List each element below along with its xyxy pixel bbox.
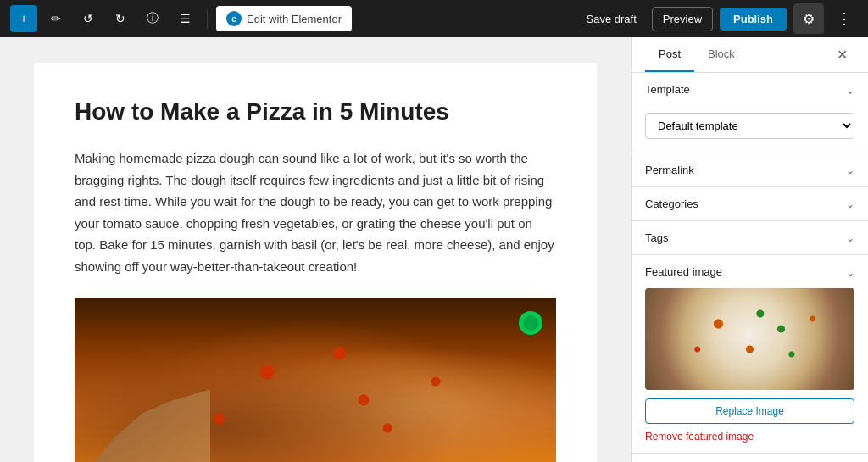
edit-icon: ✏ bbox=[51, 12, 61, 25]
toolbar: + ✏ ↺ ↻ ⓘ ☰ e Edit with Elementor Save d… bbox=[0, 0, 868, 37]
redo-icon: ↻ bbox=[115, 12, 125, 25]
permalink-chevron-icon: ⌄ bbox=[846, 164, 854, 176]
list-view-button[interactable]: ☰ bbox=[171, 5, 198, 32]
sidebar-close-button[interactable]: ✕ bbox=[830, 37, 854, 72]
settings-button[interactable]: ⚙ bbox=[793, 3, 824, 34]
add-icon: + bbox=[20, 12, 27, 25]
tags-chevron-icon: ⌄ bbox=[846, 232, 854, 244]
permalink-section-header[interactable]: Permalink ⌄ bbox=[632, 153, 868, 186]
remove-featured-image-link[interactable]: Remove featured image bbox=[645, 431, 854, 443]
undo-button[interactable]: ↺ bbox=[75, 5, 102, 32]
info-icon: ⓘ bbox=[147, 11, 159, 26]
toolbar-right-actions: Save draft Preview Publish ⚙ ⋮ bbox=[578, 3, 858, 34]
post-image-wrapper bbox=[75, 298, 556, 462]
edit-button[interactable]: ✏ bbox=[42, 5, 70, 32]
sidebar-section-permalink: Permalink ⌄ bbox=[632, 153, 868, 187]
tab-block[interactable]: Block bbox=[694, 37, 748, 72]
categories-chevron-icon: ⌄ bbox=[846, 198, 854, 210]
template-section-header[interactable]: Template ⌃ bbox=[632, 73, 868, 106]
toolbar-separator bbox=[207, 8, 208, 29]
more-options-button[interactable]: ⋮ bbox=[831, 5, 858, 32]
featured-image-section-header[interactable]: Featured image ⌃ bbox=[632, 255, 868, 288]
tags-section-header[interactable]: Tags ⌄ bbox=[632, 221, 868, 254]
info-button[interactable]: ⓘ bbox=[139, 5, 166, 32]
post-featured-image[interactable] bbox=[75, 298, 556, 462]
content-area: How to Make a Pizza in 5 Minutes Making … bbox=[0, 37, 631, 462]
sidebar: Post Block ✕ Template ⌃ Default template… bbox=[631, 37, 868, 462]
featured-image-thumbnail[interactable] bbox=[645, 288, 854, 390]
template-section-label: Template bbox=[645, 83, 690, 96]
replace-image-button[interactable]: Replace Image bbox=[645, 398, 854, 424]
featured-image-section-label: Featured image bbox=[645, 265, 722, 278]
pizza-thumb-toppings bbox=[645, 288, 854, 390]
tab-post[interactable]: Post bbox=[645, 37, 694, 72]
elementor-button-label: Edit with Elementor bbox=[247, 13, 342, 25]
undo-icon: ↺ bbox=[83, 12, 93, 25]
template-chevron-icon: ⌃ bbox=[846, 84, 854, 96]
pizza-visual bbox=[75, 298, 556, 462]
template-select[interactable]: Default template Full Width Elementor Ca… bbox=[645, 113, 854, 139]
avatar-inner bbox=[523, 315, 538, 331]
post-body[interactable]: Making homemade pizza dough can sound li… bbox=[75, 148, 556, 277]
add-block-button[interactable]: + bbox=[10, 5, 37, 32]
edit-with-elementor-button[interactable]: e Edit with Elementor bbox=[216, 6, 352, 31]
toolbar-left-actions: + ✏ ↺ ↻ ⓘ ☰ e Edit with Elementor bbox=[10, 5, 352, 32]
editor-wrapper: How to Make a Pizza in 5 Minutes Making … bbox=[34, 63, 597, 462]
settings-icon: ⚙ bbox=[803, 11, 815, 27]
sidebar-section-template: Template ⌃ Default template Full Width E… bbox=[632, 73, 868, 153]
excerpt-section-header[interactable]: Excerpt ⌄ bbox=[632, 454, 868, 462]
featured-image-container: Replace Image Remove featured image bbox=[632, 288, 868, 453]
sidebar-section-tags: Tags ⌄ bbox=[632, 221, 868, 255]
sidebar-section-excerpt: Excerpt ⌄ bbox=[632, 454, 868, 462]
post-title[interactable]: How to Make a Pizza in 5 Minutes bbox=[75, 97, 556, 127]
publish-button[interactable]: Publish bbox=[720, 8, 787, 31]
categories-section-header[interactable]: Categories ⌄ bbox=[632, 187, 868, 220]
featured-image-chevron-icon: ⌃ bbox=[846, 266, 854, 278]
sidebar-section-categories: Categories ⌄ bbox=[632, 187, 868, 221]
tags-section-label: Tags bbox=[645, 231, 668, 244]
more-icon: ⋮ bbox=[837, 9, 852, 28]
save-draft-button[interactable]: Save draft bbox=[578, 8, 645, 31]
main-layout: How to Make a Pizza in 5 Minutes Making … bbox=[0, 37, 868, 462]
list-icon: ☰ bbox=[180, 12, 191, 25]
permalink-section-label: Permalink bbox=[645, 164, 694, 176]
categories-section-label: Categories bbox=[645, 198, 698, 210]
sidebar-section-featured-image: Featured image ⌃ Replace Image Remove fe… bbox=[632, 255, 868, 454]
preview-button[interactable]: Preview bbox=[652, 7, 713, 31]
redo-button[interactable]: ↻ bbox=[107, 5, 134, 32]
sidebar-tabs: Post Block ✕ bbox=[632, 37, 868, 73]
template-section-content: Default template Full Width Elementor Ca… bbox=[632, 106, 868, 153]
elementor-icon: e bbox=[226, 11, 242, 26]
